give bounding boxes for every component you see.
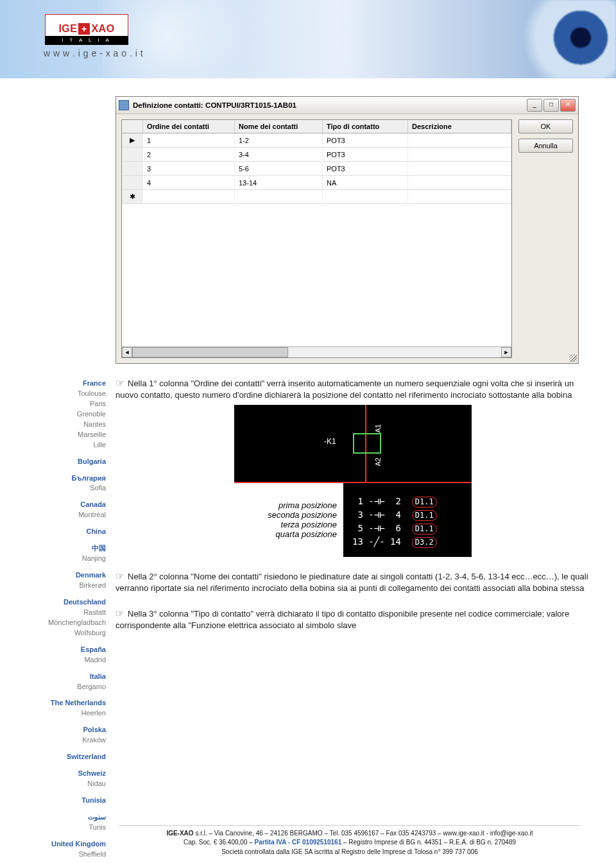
city-label: Wolfsburg bbox=[0, 628, 106, 638]
country-label: China bbox=[0, 527, 106, 537]
col-header-desc[interactable]: Descrizione bbox=[408, 120, 511, 133]
maximize-button[interactable]: □ bbox=[543, 99, 559, 112]
logo-text1: IGE bbox=[58, 23, 77, 35]
city-label: Sofia bbox=[0, 483, 106, 493]
pointer-icon: ☞ bbox=[116, 570, 124, 581]
cell-type[interactable]: NA bbox=[323, 176, 408, 189]
city-label: Madrid bbox=[0, 655, 106, 665]
city-label: Nantes bbox=[0, 420, 106, 430]
col-header-type[interactable]: Tipo di contatto bbox=[323, 120, 408, 133]
city-label: Montréal bbox=[0, 510, 106, 520]
resize-grip-icon[interactable] bbox=[569, 354, 577, 362]
cell-type[interactable]: POT3 bbox=[323, 133, 408, 147]
city-label: Kraków bbox=[0, 735, 106, 746]
city-label: Toulouse bbox=[0, 389, 106, 399]
scroll-left-icon[interactable]: ◄ bbox=[122, 347, 132, 357]
scroll-thumb[interactable] bbox=[132, 347, 288, 357]
label-a2: A2 bbox=[374, 457, 382, 466]
country-native: 中国 bbox=[0, 543, 106, 554]
city-label: Birkerød bbox=[0, 581, 106, 591]
cell-name[interactable]: 3-4 bbox=[235, 148, 323, 161]
plus-icon: + bbox=[78, 23, 90, 35]
city-label: Mönchengladbach bbox=[0, 618, 106, 628]
cell-name[interactable]: 5-6 bbox=[235, 162, 323, 175]
cell-name[interactable]: 1-2 bbox=[235, 133, 323, 147]
ok-button[interactable]: OK bbox=[518, 119, 573, 133]
country-label: Canada bbox=[0, 500, 106, 510]
country-label: United Kingdom bbox=[0, 839, 106, 850]
label-k1: -K1 bbox=[324, 437, 336, 446]
col-header-name[interactable]: Nome dei contatti bbox=[235, 120, 323, 133]
city-label: Heerlen bbox=[0, 708, 106, 719]
col-header-order[interactable]: Ordine dei contatti bbox=[143, 120, 235, 133]
pointer-icon: ☞ bbox=[116, 608, 124, 619]
pos-4: quarta posizione bbox=[276, 529, 337, 539]
country-label: Deutschland bbox=[0, 597, 106, 608]
city-label: Rastatt bbox=[0, 608, 106, 618]
close-button[interactable]: ✕ bbox=[560, 99, 576, 112]
pos-1: prima posizione bbox=[278, 500, 337, 510]
page-header: IGE + XAO I T A L I A w w w . i g e - x … bbox=[0, 0, 616, 78]
logo-url: w w w . i g e - x a o . i t bbox=[44, 48, 143, 58]
cell-desc[interactable] bbox=[408, 162, 511, 175]
city-label: Bergamo bbox=[0, 682, 106, 692]
cell-desc[interactable] bbox=[408, 148, 511, 161]
titlebar[interactable]: Definizione contatti: CONTPUI/3RT1015-1A… bbox=[116, 97, 578, 114]
country-label: Italia bbox=[0, 672, 106, 682]
pointer-icon: ☞ bbox=[116, 377, 124, 388]
country-label: España bbox=[0, 645, 106, 655]
table-row[interactable]: ▶11-2POT3 bbox=[122, 133, 511, 148]
row-selector[interactable] bbox=[122, 176, 143, 189]
paragraph-2: ☞Nella 2° colonna "Nome dei contatti" ri… bbox=[116, 570, 590, 594]
cell-name[interactable] bbox=[235, 190, 323, 203]
cell-name[interactable]: 13-14 bbox=[235, 176, 323, 189]
table-row[interactable]: 23-4POT3 bbox=[122, 148, 511, 162]
cancel-button[interactable]: Annulla bbox=[518, 139, 573, 153]
paragraph-1: ☞Nella 1° colonna "Ordine dei contatti" … bbox=[116, 377, 590, 401]
eye-graphic bbox=[456, 0, 616, 78]
logo-strip: I T A L I A bbox=[45, 36, 128, 45]
city-label: Sheffield bbox=[0, 850, 106, 860]
window-title: Definizione contatti: CONTPUI/3RT1015-1A… bbox=[133, 101, 527, 109]
table-row[interactable]: 35-6POT3 bbox=[122, 162, 511, 176]
row-selector[interactable]: ▶ bbox=[122, 133, 143, 147]
city-label: Marseille bbox=[0, 430, 106, 440]
table-row[interactable]: ✱ bbox=[122, 190, 511, 204]
app-icon bbox=[119, 100, 129, 110]
dialog-window: Definizione contatti: CONTPUI/3RT1015-1A… bbox=[116, 96, 579, 364]
row-selector[interactable] bbox=[122, 162, 143, 175]
country-label: Bulgaria bbox=[0, 457, 106, 467]
cell-type[interactable]: POT3 bbox=[323, 162, 408, 175]
country-label: Tunisia bbox=[0, 796, 106, 806]
logo-text2: XAO bbox=[91, 23, 114, 35]
cell-desc[interactable] bbox=[408, 190, 511, 203]
city-label: Paris bbox=[0, 399, 106, 409]
cell-desc[interactable] bbox=[408, 176, 511, 189]
country-label: Switzerland bbox=[0, 752, 106, 762]
city-label: Tunis bbox=[0, 823, 106, 833]
cell-order[interactable]: 1 bbox=[143, 133, 235, 147]
coil-symbol bbox=[353, 433, 381, 454]
contacts-grid[interactable]: Ordine dei contatti Nome dei contatti Ti… bbox=[121, 119, 512, 358]
scroll-right-icon[interactable]: ► bbox=[501, 347, 511, 357]
horizontal-scrollbar[interactable]: ◄ ► bbox=[122, 346, 511, 357]
country-label: Polska bbox=[0, 725, 106, 735]
cell-order[interactable]: 4 bbox=[143, 176, 235, 189]
row-selector[interactable]: ✱ bbox=[122, 190, 143, 203]
minimize-button[interactable]: _ bbox=[527, 99, 542, 112]
cell-order[interactable]: 3 bbox=[143, 162, 235, 175]
country-native: Schweiz bbox=[0, 769, 106, 779]
page-footer: IGE-XAO s.r.l. – Via Canovine, 46 – 2412… bbox=[119, 825, 581, 857]
cell-type[interactable] bbox=[323, 190, 408, 203]
cell-order[interactable]: 2 bbox=[143, 148, 235, 161]
row-selector[interactable] bbox=[122, 148, 143, 161]
table-row[interactable]: 413-14NA bbox=[122, 176, 511, 190]
country-native: България bbox=[0, 474, 106, 484]
city-label: Grenoble bbox=[0, 409, 106, 420]
cell-type[interactable]: POT3 bbox=[323, 148, 408, 161]
cell-order[interactable] bbox=[143, 190, 235, 203]
cell-desc[interactable] bbox=[408, 133, 511, 147]
diagram: -K1 A1 A2 prima posizione seconda posizi… bbox=[234, 405, 472, 557]
country-label: Denmark bbox=[0, 570, 106, 581]
country-label: France bbox=[0, 379, 106, 389]
